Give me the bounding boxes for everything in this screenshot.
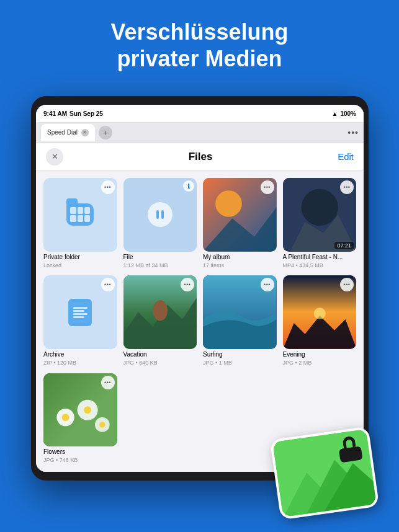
file-thumb-locked: ℹ [123, 178, 197, 252]
header-line2: privater Medien [25, 45, 374, 72]
file-thumb-archive: ••• [43, 275, 117, 349]
sticker-card [270, 426, 380, 520]
file-item-vacation[interactable]: ••• Vacation JPG • 640 KB [123, 275, 197, 366]
file-item-feast[interactable]: ••• 07:21 A Plentiful Feast - N... MP4 •… [283, 178, 357, 269]
svg-point-17 [84, 406, 91, 414]
vacation-sub: JPG • 640 KB [123, 360, 197, 366]
app-header: ✕ Files Edit [36, 143, 364, 171]
file-item-surfing[interactable]: ••• Surfing JPG • 1 MB [203, 275, 277, 366]
pause-circle [148, 202, 173, 227]
wifi-icon: ▲ [332, 110, 338, 117]
file-locked-sub: 1.12 MB of 34 MB [123, 262, 197, 268]
file-info-button[interactable]: ℹ [183, 180, 194, 192]
tablet-device: 9:41 AM Sun Sep 25 ▲ 100% Speed Dial ✕ +… [31, 96, 369, 481]
tablet-screen: 9:41 AM Sun Sep 25 ▲ 100% Speed Dial ✕ +… [36, 105, 364, 472]
status-time: 9:41 AM [43, 110, 67, 117]
file-item-archive[interactable]: ••• Archive ZIP • 120 MB [43, 275, 117, 366]
my-album-sub: 17 items [203, 262, 277, 268]
feast-menu[interactable]: ••• [340, 180, 354, 194]
header-text: Verschlüsselung privater Medien [0, 19, 399, 72]
file-thumb-feast: ••• 07:21 [283, 178, 357, 252]
file-thumb-surfing: ••• [203, 275, 277, 349]
tab-close-button[interactable]: ✕ [81, 129, 89, 136]
file-thumb-vacation: ••• [123, 275, 197, 349]
file-item-private-folder[interactable]: ••• Private folder Locked [43, 178, 117, 269]
sticker-image [270, 426, 380, 520]
flowers-menu[interactable]: ••• [101, 376, 115, 389]
private-folder-sub: Locked [43, 262, 117, 268]
file-thumb-private-folder: ••• [43, 178, 117, 252]
svg-point-4 [301, 189, 338, 226]
tab-more-button[interactable]: ••• [347, 128, 359, 138]
svg-point-15 [62, 414, 69, 421]
file-item-flowers[interactable]: ••• Flowers JPG • 748 KB [43, 373, 117, 464]
status-date: Sun Sep 25 [69, 110, 103, 117]
edit-button[interactable]: Edit [338, 151, 354, 162]
header-line1: Verschlüsselung [25, 19, 374, 45]
tab-bar: Speed Dial ✕ + ••• [36, 122, 364, 143]
file-item-evening[interactable]: ••• Evening JPG • 2 MB [283, 275, 357, 366]
archive-name: Archive [43, 351, 117, 358]
status-bar: 9:41 AM Sun Sep 25 ▲ 100% [36, 105, 364, 122]
private-folder-menu[interactable]: ••• [101, 180, 115, 194]
file-thumb-evening: ••• [283, 275, 357, 349]
archive-sub: ZIP • 120 MB [43, 360, 117, 366]
surfing-sub: JPG • 1 MB [203, 360, 277, 366]
surfing-name: Surfing [203, 351, 277, 358]
file-item-locked[interactable]: ℹ File 1.12 MB of 34 MB [123, 178, 197, 269]
feast-name: A Plentiful Feast - N... [283, 254, 357, 260]
private-folder-name: Private folder [43, 254, 117, 260]
evening-sub: JPG • 2 MB [283, 360, 357, 366]
close-button[interactable]: ✕ [46, 148, 63, 166]
archive-menu[interactable]: ••• [101, 278, 115, 291]
file-locked-name: File [123, 254, 197, 260]
svg-point-19 [99, 422, 105, 427]
feast-sub: MP4 • 434,5 MB [283, 262, 357, 268]
folder-shape [66, 203, 94, 226]
svg-point-12 [313, 308, 325, 319]
files-grid: ••• Private folder Locked [36, 171, 364, 472]
tab-speed-dial[interactable]: Speed Dial ✕ [41, 124, 95, 141]
tab-label: Speed Dial [47, 129, 78, 136]
svg-point-8 [153, 301, 168, 321]
battery-label: 100% [340, 110, 356, 117]
lock-icon [337, 435, 362, 463]
feast-duration: 07:21 [334, 242, 354, 249]
flowers-sub: JPG • 748 KB [43, 457, 117, 463]
new-tab-button[interactable]: + [99, 126, 112, 140]
flowers-name: Flowers [43, 448, 117, 455]
vacation-name: Vacation [123, 351, 197, 358]
file-item-my-album[interactable]: ••• My album 17 items [203, 178, 277, 269]
file-thumb-flowers: ••• [43, 373, 117, 447]
my-album-name: My album [203, 254, 277, 260]
app-title: Files [63, 151, 338, 163]
surfing-menu[interactable]: ••• [261, 278, 274, 291]
file-thumb-my-album: ••• [203, 178, 277, 252]
my-album-menu[interactable]: ••• [261, 180, 274, 194]
svg-point-1 [215, 190, 242, 217]
evening-name: Evening [283, 351, 357, 358]
